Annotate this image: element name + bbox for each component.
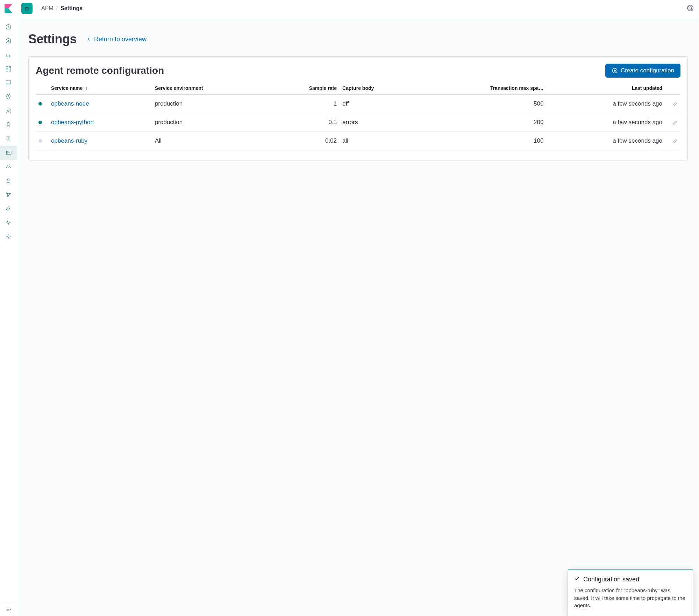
nav-infrastructure[interactable] bbox=[0, 118, 17, 132]
col-sample-rate[interactable]: Sample rate bbox=[268, 82, 340, 95]
page-header: Settings Return to overview bbox=[28, 32, 688, 46]
pencil-icon bbox=[672, 101, 678, 107]
nav-recent[interactable] bbox=[0, 20, 17, 34]
cell-sample-rate: 1 bbox=[268, 95, 340, 113]
svg-point-20 bbox=[689, 7, 691, 9]
page: Settings Return to overview Agent remote… bbox=[17, 17, 699, 616]
svg-rect-6 bbox=[9, 69, 11, 71]
return-link-label: Return to overview bbox=[94, 36, 147, 43]
nav-devtools[interactable] bbox=[0, 202, 17, 216]
cell-service: opbeans-ruby bbox=[48, 132, 152, 150]
edit-button[interactable] bbox=[672, 101, 678, 107]
nav-maps[interactable] bbox=[0, 90, 17, 104]
table-head: Service name ↑ Service environment Sampl… bbox=[36, 82, 680, 95]
create-configuration-button[interactable]: Create configuration bbox=[605, 64, 680, 78]
edit-button[interactable] bbox=[672, 120, 678, 126]
logs-icon bbox=[5, 136, 12, 142]
col-environment[interactable]: Service environment bbox=[152, 82, 268, 95]
nav-canvas[interactable] bbox=[0, 76, 17, 90]
configurations-table: Service name ↑ Service environment Sampl… bbox=[36, 82, 680, 150]
canvas-icon bbox=[5, 80, 12, 86]
infrastructure-icon bbox=[5, 122, 12, 128]
rail-collapse-toggle[interactable] bbox=[0, 602, 17, 616]
cell-actions bbox=[665, 113, 680, 132]
nav-siem[interactable] bbox=[0, 174, 17, 188]
cell-status bbox=[36, 132, 48, 150]
service-link[interactable]: opbeans-node bbox=[51, 100, 89, 107]
cell-last-updated: a few seconds ago bbox=[546, 132, 665, 150]
nav-graph[interactable] bbox=[0, 188, 17, 202]
ml-icon bbox=[5, 108, 12, 114]
nav-dashboard[interactable] bbox=[0, 62, 17, 76]
svg-point-3 bbox=[6, 38, 11, 43]
maps-icon bbox=[5, 94, 12, 100]
nav-management[interactable] bbox=[0, 230, 17, 244]
return-to-overview-link[interactable]: Return to overview bbox=[86, 36, 147, 43]
toast-success: Configuration saved The configuration fo… bbox=[568, 570, 693, 616]
devtools-icon bbox=[5, 206, 12, 212]
service-link[interactable]: opbeans-ruby bbox=[51, 137, 87, 144]
svg-point-11 bbox=[6, 108, 11, 113]
cell-environment: production bbox=[152, 95, 268, 113]
cell-environment: production bbox=[152, 113, 268, 132]
pencil-icon bbox=[672, 120, 678, 126]
svg-rect-14 bbox=[7, 180, 10, 183]
col-max-spans[interactable]: Transaction max spa… bbox=[420, 82, 547, 95]
graph-icon bbox=[5, 192, 12, 198]
left-nav-rail bbox=[0, 0, 17, 616]
breadcrumbs: APM / Settings bbox=[41, 5, 83, 12]
svg-point-10 bbox=[8, 110, 9, 112]
uptime-icon bbox=[5, 164, 12, 170]
cell-status bbox=[36, 95, 48, 113]
cell-service: opbeans-node bbox=[48, 95, 152, 113]
panel-title: Agent remote configuration bbox=[36, 65, 164, 76]
service-link[interactable]: opbeans-python bbox=[51, 119, 94, 126]
pencil-icon bbox=[672, 138, 678, 144]
col-last-updated[interactable]: Last updated bbox=[546, 82, 665, 95]
panel-header: Agent remote configuration Create config… bbox=[36, 64, 680, 78]
col-capture-body[interactable]: Capture body bbox=[340, 82, 420, 95]
nav-discover[interactable] bbox=[0, 34, 17, 48]
table-body: opbeans-nodeproduction1off500a few secon… bbox=[36, 95, 680, 150]
breadcrumb-settings: Settings bbox=[60, 5, 83, 12]
nav-logs[interactable] bbox=[0, 132, 17, 146]
status-dot bbox=[38, 102, 42, 106]
svg-rect-8 bbox=[6, 81, 11, 84]
rail-items bbox=[0, 17, 17, 602]
col-status bbox=[36, 82, 48, 95]
cell-max-spans: 500 bbox=[420, 95, 547, 113]
cell-actions bbox=[665, 132, 680, 150]
cell-capture-body: off bbox=[340, 95, 420, 113]
cell-max-spans: 200 bbox=[420, 113, 547, 132]
siem-icon bbox=[5, 178, 12, 184]
nav-monitoring[interactable] bbox=[0, 216, 17, 230]
kibana-logo[interactable] bbox=[0, 0, 17, 17]
table-row: opbeans-rubyAll0.02all100a few seconds a… bbox=[36, 132, 680, 150]
breadcrumb-apm[interactable]: APM bbox=[41, 5, 54, 12]
edit-button[interactable] bbox=[672, 138, 678, 144]
monitoring-icon bbox=[5, 220, 12, 226]
chrome-divider bbox=[37, 3, 37, 13]
cell-sample-rate: 0.02 bbox=[268, 132, 340, 150]
sort-asc-icon: ↑ bbox=[85, 86, 87, 91]
nav-visualize[interactable] bbox=[0, 48, 17, 62]
recent-icon bbox=[5, 24, 12, 30]
visualize-icon bbox=[5, 52, 12, 58]
cell-max-spans: 100 bbox=[420, 132, 547, 150]
newsfeed-button[interactable] bbox=[686, 4, 695, 13]
svg-rect-7 bbox=[6, 70, 8, 71]
cell-environment: All bbox=[152, 132, 268, 150]
svg-point-18 bbox=[8, 236, 9, 238]
svg-point-12 bbox=[8, 122, 9, 124]
cell-capture-body: all bbox=[340, 132, 420, 150]
nav-uptime[interactable] bbox=[0, 160, 17, 174]
col-service-name[interactable]: Service name ↑ bbox=[48, 82, 152, 95]
breadcrumb-sep: / bbox=[56, 5, 58, 12]
space-selector[interactable]: D bbox=[21, 3, 33, 14]
nav-apm[interactable] bbox=[0, 146, 17, 160]
svg-rect-5 bbox=[9, 66, 11, 68]
cell-last-updated: a few seconds ago bbox=[546, 95, 665, 113]
dashboard-icon bbox=[5, 66, 12, 72]
nav-ml[interactable] bbox=[0, 104, 17, 118]
check-icon bbox=[574, 576, 580, 583]
